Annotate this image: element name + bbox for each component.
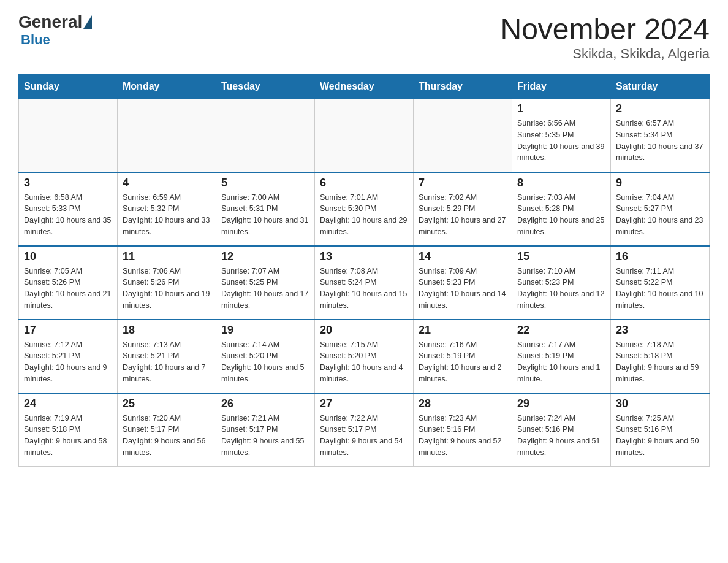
calendar-cell: 22Sunrise: 7:17 AMSunset: 5:19 PMDayligh… (512, 320, 611, 393)
day-number: 2 (616, 102, 704, 115)
calendar-cell: 19Sunrise: 7:14 AMSunset: 5:20 PMDayligh… (216, 320, 315, 393)
day-info: Sunrise: 7:02 AMSunset: 5:29 PMDaylight:… (419, 192, 507, 238)
header-saturday: Saturday (611, 75, 710, 99)
month-title: November 2024 (500, 12, 710, 46)
logo-triangle-icon (83, 15, 92, 29)
calendar-cell: 23Sunrise: 7:18 AMSunset: 5:18 PMDayligh… (611, 320, 710, 393)
calendar-week-row: 17Sunrise: 7:12 AMSunset: 5:21 PMDayligh… (19, 320, 710, 393)
day-info: Sunrise: 7:14 AMSunset: 5:20 PMDaylight:… (221, 339, 309, 385)
calendar-cell: 4Sunrise: 6:59 AMSunset: 5:32 PMDaylight… (118, 172, 216, 246)
day-info: Sunrise: 7:09 AMSunset: 5:23 PMDaylight:… (419, 266, 507, 312)
calendar-header-row: SundayMondayTuesdayWednesdayThursdayFrid… (19, 75, 710, 99)
calendar-week-row: 10Sunrise: 7:05 AMSunset: 5:26 PMDayligh… (19, 246, 710, 320)
calendar-cell: 6Sunrise: 7:01 AMSunset: 5:30 PMDaylight… (315, 172, 414, 246)
calendar-cell: 29Sunrise: 7:24 AMSunset: 5:16 PMDayligh… (512, 393, 611, 467)
day-info: Sunrise: 7:04 AMSunset: 5:27 PMDaylight:… (616, 192, 704, 238)
day-number: 13 (320, 250, 408, 263)
calendar-cell: 21Sunrise: 7:16 AMSunset: 5:19 PMDayligh… (414, 320, 512, 393)
day-info: Sunrise: 6:58 AMSunset: 5:33 PMDaylight:… (24, 192, 112, 238)
calendar-week-row: 1Sunrise: 6:56 AMSunset: 5:35 PMDaylight… (19, 99, 710, 172)
day-info: Sunrise: 7:00 AMSunset: 5:31 PMDaylight:… (221, 192, 309, 238)
calendar-cell: 11Sunrise: 7:06 AMSunset: 5:26 PMDayligh… (118, 246, 216, 320)
day-info: Sunrise: 7:01 AMSunset: 5:30 PMDaylight:… (320, 192, 408, 238)
title-section: November 2024 Skikda, Skikda, Algeria (500, 12, 710, 62)
calendar-cell: 17Sunrise: 7:12 AMSunset: 5:21 PMDayligh… (19, 320, 118, 393)
calendar-cell: 8Sunrise: 7:03 AMSunset: 5:28 PMDaylight… (512, 172, 611, 246)
day-info: Sunrise: 7:13 AMSunset: 5:21 PMDaylight:… (123, 339, 211, 385)
logo: General Blue (18, 12, 93, 48)
calendar-cell: 12Sunrise: 7:07 AMSunset: 5:25 PMDayligh… (216, 246, 315, 320)
location: Skikda, Skikda, Algeria (500, 46, 710, 62)
day-number: 23 (616, 324, 704, 337)
calendar-cell: 16Sunrise: 7:11 AMSunset: 5:22 PMDayligh… (611, 246, 710, 320)
header-thursday: Thursday (414, 75, 512, 99)
day-number: 25 (123, 397, 211, 410)
day-info: Sunrise: 6:56 AMSunset: 5:35 PMDaylight:… (517, 118, 605, 164)
calendar-cell: 7Sunrise: 7:02 AMSunset: 5:29 PMDaylight… (414, 172, 512, 246)
calendar-cell: 28Sunrise: 7:23 AMSunset: 5:16 PMDayligh… (414, 393, 512, 467)
day-info: Sunrise: 7:05 AMSunset: 5:26 PMDaylight:… (24, 266, 112, 312)
calendar-cell: 3Sunrise: 6:58 AMSunset: 5:33 PMDaylight… (19, 172, 118, 246)
day-info: Sunrise: 7:06 AMSunset: 5:26 PMDaylight:… (123, 266, 211, 312)
calendar-cell: 13Sunrise: 7:08 AMSunset: 5:24 PMDayligh… (315, 246, 414, 320)
header-tuesday: Tuesday (216, 75, 315, 99)
day-number: 20 (320, 324, 408, 337)
day-number: 17 (24, 324, 112, 337)
header-sunday: Sunday (19, 75, 118, 99)
page-header: General Blue November 2024 Skikda, Skikd… (18, 12, 710, 62)
day-info: Sunrise: 7:23 AMSunset: 5:16 PMDaylight:… (419, 413, 507, 459)
day-number: 26 (221, 397, 309, 410)
calendar-cell: 2Sunrise: 6:57 AMSunset: 5:34 PMDaylight… (611, 99, 710, 172)
calendar-cell: 10Sunrise: 7:05 AMSunset: 5:26 PMDayligh… (19, 246, 118, 320)
day-info: Sunrise: 7:17 AMSunset: 5:19 PMDaylight:… (517, 339, 605, 385)
calendar-cell: 24Sunrise: 7:19 AMSunset: 5:18 PMDayligh… (19, 393, 118, 467)
day-number: 24 (24, 397, 112, 410)
logo-blue-text: Blue (18, 32, 93, 48)
day-number: 16 (616, 250, 704, 263)
day-number: 5 (221, 177, 309, 190)
day-info: Sunrise: 7:03 AMSunset: 5:28 PMDaylight:… (517, 192, 605, 238)
day-info: Sunrise: 7:16 AMSunset: 5:19 PMDaylight:… (419, 339, 507, 385)
calendar-cell (19, 99, 118, 172)
day-number: 18 (123, 324, 211, 337)
day-number: 29 (517, 397, 605, 410)
day-number: 7 (419, 177, 507, 190)
calendar-week-row: 24Sunrise: 7:19 AMSunset: 5:18 PMDayligh… (19, 393, 710, 467)
day-number: 1 (517, 102, 605, 115)
calendar-cell (216, 99, 315, 172)
calendar-cell (118, 99, 216, 172)
day-number: 15 (517, 250, 605, 263)
calendar-cell: 27Sunrise: 7:22 AMSunset: 5:17 PMDayligh… (315, 393, 414, 467)
calendar-cell (315, 99, 414, 172)
day-number: 3 (24, 177, 112, 190)
calendar-cell: 15Sunrise: 7:10 AMSunset: 5:23 PMDayligh… (512, 246, 611, 320)
day-info: Sunrise: 7:21 AMSunset: 5:17 PMDaylight:… (221, 413, 309, 459)
day-number: 6 (320, 177, 408, 190)
day-info: Sunrise: 7:08 AMSunset: 5:24 PMDaylight:… (320, 266, 408, 312)
day-info: Sunrise: 7:10 AMSunset: 5:23 PMDaylight:… (517, 266, 605, 312)
day-info: Sunrise: 7:24 AMSunset: 5:16 PMDaylight:… (517, 413, 605, 459)
day-info: Sunrise: 7:11 AMSunset: 5:22 PMDaylight:… (616, 266, 704, 312)
calendar-cell: 26Sunrise: 7:21 AMSunset: 5:17 PMDayligh… (216, 393, 315, 467)
day-number: 9 (616, 177, 704, 190)
day-number: 28 (419, 397, 507, 410)
header-friday: Friday (512, 75, 611, 99)
calendar-cell (414, 99, 512, 172)
calendar-cell: 20Sunrise: 7:15 AMSunset: 5:20 PMDayligh… (315, 320, 414, 393)
logo-general-text: General (18, 12, 82, 32)
day-number: 14 (419, 250, 507, 263)
day-info: Sunrise: 7:07 AMSunset: 5:25 PMDaylight:… (221, 266, 309, 312)
calendar-cell: 30Sunrise: 7:25 AMSunset: 5:16 PMDayligh… (611, 393, 710, 467)
day-number: 8 (517, 177, 605, 190)
calendar-table: SundayMondayTuesdayWednesdayThursdayFrid… (18, 74, 710, 467)
day-number: 27 (320, 397, 408, 410)
day-info: Sunrise: 7:19 AMSunset: 5:18 PMDaylight:… (24, 413, 112, 459)
calendar-cell: 14Sunrise: 7:09 AMSunset: 5:23 PMDayligh… (414, 246, 512, 320)
calendar-week-row: 3Sunrise: 6:58 AMSunset: 5:33 PMDaylight… (19, 172, 710, 246)
day-info: Sunrise: 7:25 AMSunset: 5:16 PMDaylight:… (616, 413, 704, 459)
header-monday: Monday (118, 75, 216, 99)
day-number: 22 (517, 324, 605, 337)
day-info: Sunrise: 7:15 AMSunset: 5:20 PMDaylight:… (320, 339, 408, 385)
calendar-cell: 9Sunrise: 7:04 AMSunset: 5:27 PMDaylight… (611, 172, 710, 246)
day-number: 19 (221, 324, 309, 337)
